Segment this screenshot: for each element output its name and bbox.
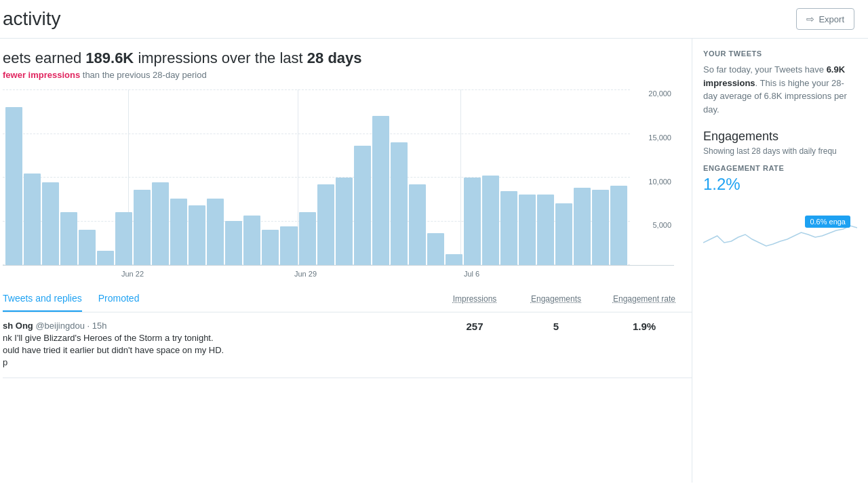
chart-bar <box>262 230 279 265</box>
chart-bar <box>427 233 444 265</box>
left-panel: eets earned 189.6K impressions over the … <box>0 39 692 483</box>
chart-bar <box>519 195 536 265</box>
fewer-impressions: fewer impressions <box>3 70 80 80</box>
chart-bar <box>336 178 353 266</box>
chart-bar <box>170 199 187 265</box>
your-tweets-title: YOUR TWEETS <box>703 49 857 58</box>
chart-bar <box>317 184 334 265</box>
chart-bar <box>482 176 499 265</box>
export-button[interactable]: ⇨ Export <box>796 8 854 30</box>
tweet-content: sh Ong @beijingdou · 15h nk I'll give Bl… <box>3 321 434 369</box>
right-panel: YOUR TWEETS So far today, your Tweets ha… <box>692 39 868 483</box>
chart-tooltip: 0.6% enga <box>805 216 850 228</box>
x-label-jun22: Jun 22 <box>121 270 144 278</box>
your-tweets-section: YOUR TWEETS So far today, your Tweets ha… <box>703 49 857 116</box>
chart-bar <box>555 203 572 265</box>
col-header-engrate: Engagement rate <box>597 294 692 304</box>
chart-bar <box>42 182 59 265</box>
tweet-time: · 15h <box>87 321 107 331</box>
chart-bar <box>592 190 609 265</box>
chart-bar <box>500 191 517 265</box>
tweet-engagements: 5 <box>515 321 597 332</box>
tweet-engagement-rate: 1.9% <box>597 321 692 332</box>
tweet-impressions: 257 <box>434 321 515 332</box>
chart-bar <box>60 212 77 265</box>
y-label-5k: 5,000 <box>633 221 674 229</box>
engagement-line-chart <box>703 202 857 256</box>
chart-bar <box>537 195 554 265</box>
impressions-value: 189.6K <box>85 49 134 66</box>
engagements-subtitle: Showing last 28 days with daily frequ <box>703 146 857 156</box>
table-row: sh Ong @beijingdou · 15h nk I'll give Bl… <box>3 312 692 378</box>
export-icon: ⇨ <box>806 14 814 24</box>
days-value: 28 days <box>307 49 362 66</box>
col-header-engagements: Engagements <box>515 294 597 304</box>
tab-promoted[interactable]: Promoted <box>98 293 140 312</box>
tweet-text: nk I'll give Blizzard's Heroes of the St… <box>3 332 434 369</box>
engagement-rate-label: ENGAGEMENT RATE <box>703 164 857 172</box>
chart-bar <box>5 107 22 265</box>
chart-bar <box>115 212 132 265</box>
chart-bar <box>610 186 627 265</box>
chart-bar <box>243 216 260 265</box>
export-label: Export <box>818 14 844 24</box>
chart-bar <box>24 174 41 265</box>
headline-prefix: eets earned <box>3 49 85 66</box>
impressions-summary: eets earned 189.6K impressions over the … <box>3 49 692 80</box>
mini-chart: 0.6% enga <box>703 202 857 256</box>
chart-bar <box>79 230 96 265</box>
chart-bar <box>372 116 389 265</box>
chart-bar <box>152 182 169 265</box>
tabs-section: Tweets and replies Promoted Impressions … <box>3 293 692 312</box>
engagements-title: Engagements <box>703 129 857 144</box>
comparison-suffix: than the previous 28-day period <box>80 70 206 80</box>
author-name: sh Ong <box>3 321 33 331</box>
headline-suffix: impressions over the last <box>134 49 307 66</box>
impressions-comparison: fewer impressions than the previous 28-d… <box>3 70 692 80</box>
chart-bar <box>280 226 297 265</box>
x-label-jul6: Jul 6 <box>464 270 479 278</box>
chart-bar <box>464 178 481 266</box>
main-content: eets earned 189.6K impressions over the … <box>0 39 868 483</box>
chart-area: 20,000 15,000 10,000 5,000 <box>3 89 674 266</box>
y-axis: 20,000 15,000 10,000 5,000 <box>633 89 674 265</box>
chart-bar <box>207 199 224 265</box>
engagements-section: Engagements Showing last 28 days with da… <box>703 129 857 256</box>
chart-bar <box>97 251 114 265</box>
tweet-author: sh Ong @beijingdou · 15h <box>3 321 434 331</box>
chart-bar <box>189 205 205 265</box>
chart-bar <box>446 254 462 265</box>
chart-container: 20,000 15,000 10,000 5,000 Jun 22 Jun 29… <box>3 89 692 279</box>
col-header-impressions: Impressions <box>434 294 515 304</box>
bars-wrapper <box>3 89 630 265</box>
tab-tweets-replies[interactable]: Tweets and replies <box>3 293 82 312</box>
author-handle: @beijingdou <box>35 321 84 331</box>
chart-bar <box>574 188 591 265</box>
todays-impressions: 6.9K impressions <box>703 64 845 88</box>
engagement-rate-value: 1.2% <box>703 175 857 194</box>
page-title: activity <box>0 8 61 30</box>
your-tweets-text: So far today, your Tweets have 6.9K impr… <box>703 63 857 116</box>
chart-bar <box>299 212 316 265</box>
y-label-20k: 20,000 <box>633 89 674 98</box>
chart-bar <box>354 146 371 265</box>
impressions-headline: eets earned 189.6K impressions over the … <box>3 49 692 67</box>
y-label-10k: 10,000 <box>633 178 674 186</box>
x-label-jun29: Jun 29 <box>294 270 317 278</box>
chart-bar <box>409 184 426 265</box>
chart-bar <box>134 190 151 265</box>
y-label-15k: 15,000 <box>633 134 674 142</box>
chart-bar <box>391 142 408 265</box>
chart-bar <box>225 221 242 265</box>
header: activity ⇨ Export <box>0 0 868 39</box>
